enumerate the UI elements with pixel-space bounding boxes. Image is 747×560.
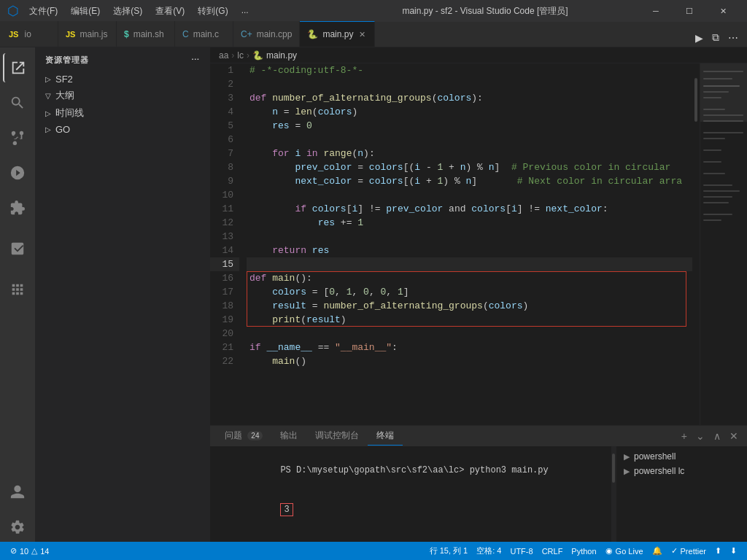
encoding-label: UTF-8 [510, 547, 533, 556]
panel-tab-problems-label: 问题 [225, 430, 242, 440]
menu-edit[interactable]: 编辑(E) [65, 4, 106, 19]
tab-label-mainpy: main.py [322, 29, 353, 39]
tab-mainc[interactable]: C main.c [175, 21, 233, 47]
maximize-button[interactable]: ☐ [673, 0, 706, 22]
menu-view[interactable]: 查看(V) [150, 4, 190, 19]
activity-source-control[interactable] [3, 123, 32, 152]
minimap[interactable] [700, 63, 747, 425]
status-errors[interactable]: ⊘ 10 △ 14 [6, 542, 54, 560]
tab-icon-mainc: C [182, 29, 189, 39]
activity-remote[interactable] [3, 275, 32, 304]
sidebar-item-timeline[interactable]: ▷ 时间线 [35, 104, 210, 122]
minimize-button[interactable]: ─ [639, 0, 673, 22]
sidebar-more-icon[interactable]: ⋯ [191, 55, 200, 65]
warning-count: 14 [40, 547, 49, 556]
sidebar-item-go[interactable]: ▷ GO [35, 122, 210, 137]
prettier-icon: ✓ [671, 546, 678, 556]
activity-settings[interactable] [3, 513, 32, 542]
terminal-session-powershell[interactable]: ▶ powershell [616, 449, 747, 464]
panel-add-button[interactable]: + [678, 429, 690, 443]
panel-close-button[interactable]: ✕ [727, 429, 741, 443]
sidebar-item-outline[interactable]: ▽ 大纲 [35, 87, 210, 104]
activity-extensions[interactable] [3, 193, 32, 222]
status-bell[interactable]: 🔔 [648, 542, 667, 560]
tab-maincpp[interactable]: C+ main.cpp [233, 21, 300, 47]
panel-tabs: 问题 24 输出 调试控制台 终端 + ⌄ ∧ ✕ [210, 426, 747, 446]
panel-tab-output[interactable]: 输出 [271, 427, 306, 446]
ln-12: 12 [210, 216, 239, 230]
terminal-session-powershell-lc[interactable]: ▶ powershell lc [616, 464, 747, 478]
tab-mainsh[interactable]: $ main.sh [117, 21, 175, 47]
go-arrow-icon: ▷ [45, 125, 51, 133]
code-line-5: res = 0 [247, 119, 692, 133]
status-spaces[interactable]: 空格: 4 [472, 542, 506, 560]
tab-label-mainjs: main.js [80, 29, 107, 39]
breadcrumb-aa[interactable]: aa [219, 50, 228, 61]
sidebar-item-sf2[interactable]: ▷ SF2 [35, 71, 210, 87]
terminal-scrollbar-thumb[interactable] [612, 454, 615, 483]
outline-arrow-icon: ▽ [45, 92, 51, 100]
status-prettier[interactable]: ✓ Prettier [667, 542, 711, 560]
panel-more-button[interactable]: ⌄ [693, 429, 708, 443]
eol-label: CRLF [542, 547, 563, 556]
activity-explorer[interactable] [3, 53, 32, 82]
status-language[interactable]: Python [567, 542, 600, 560]
panel-collapse-button[interactable]: ∧ [711, 429, 724, 443]
scrollbar-thumb[interactable] [694, 78, 697, 122]
activity-search[interactable] [3, 88, 32, 117]
tab-io[interactable]: JS io [0, 21, 58, 47]
editor-area: aa › lc › 🐍 main.py 1 2 3 4 5 6 7 8 9 [210, 47, 747, 425]
panel-tab-debug[interactable]: 调试控制台 [306, 427, 368, 446]
tab-bar: JS io JS main.js $ main.sh C main.c C+ m… [0, 22, 747, 47]
close-button[interactable]: ✕ [706, 0, 740, 22]
tab-close-mainpy[interactable]: ✕ [357, 28, 367, 41]
svg-rect-14 [703, 190, 740, 192]
tab-mainpy[interactable]: 🐍 main.py ✕ [300, 21, 375, 47]
breadcrumb-lc[interactable]: lc [237, 50, 244, 61]
menu-goto[interactable]: 转到(G) [192, 4, 233, 19]
fold-indicator-3[interactable]: ⌄ [247, 91, 255, 105]
panel-tab-problems[interactable]: 问题 24 [216, 427, 271, 446]
panel-tab-debug-label: 调试控制台 [315, 430, 359, 440]
menu-file[interactable]: 文件(F) [23, 4, 63, 19]
tab-mainjs[interactable]: JS main.js [58, 21, 117, 47]
panel-tab-terminal[interactable]: 终端 [368, 427, 403, 446]
status-sync-down[interactable]: ⬇ [726, 542, 741, 560]
terminal-content[interactable]: PS D:\mysetup\gopath\src\sf2\aa\lc> pyth… [210, 446, 611, 542]
editor-scrollbar[interactable] [692, 63, 700, 425]
ln-10: 10 [210, 188, 239, 202]
ln-8: 8 [210, 160, 239, 174]
ln-16: 16 [210, 271, 239, 285]
menu-more[interactable]: ... [236, 4, 255, 19]
golive-icon: ◉ [605, 546, 613, 556]
status-encoding[interactable]: UTF-8 [506, 542, 537, 560]
code-content[interactable]: ⌄ ⌄ # -*-coding:utf-8-*- def number_of_a… [247, 63, 692, 425]
menu-select[interactable]: 选择(S) [107, 4, 148, 19]
tab-icon-mainpy: 🐍 [307, 29, 318, 39]
code-line-14: return res [247, 244, 692, 257]
activity-bar [0, 47, 35, 542]
status-sync-up[interactable]: ⬆ [711, 542, 726, 560]
status-eol[interactable]: CRLF [538, 542, 568, 560]
breadcrumb-file[interactable]: main.py [266, 50, 297, 61]
svg-rect-13 [703, 184, 732, 186]
activity-account[interactable] [3, 478, 32, 507]
run-button[interactable]: ▶ [692, 29, 706, 47]
terminal-line-1: PS D:\mysetup\gopath\src\sf2\aa\lc> pyth… [217, 451, 604, 490]
code-line-11: if colors[i] != prev_color and colors[i]… [247, 202, 692, 216]
code-editor[interactable]: 1 2 3 4 5 6 7 8 9 10 11 12 13 14 15 16 1 [210, 63, 747, 425]
tab-icon-maincpp: C+ [241, 29, 252, 39]
code-line-10 [247, 188, 692, 202]
code-line-3: def number_of_alternating_groups(colors)… [247, 91, 692, 105]
split-editor-button[interactable]: ⧉ [709, 28, 722, 47]
status-golive[interactable]: ◉ Go Live [601, 542, 648, 560]
fold-indicator-16[interactable]: ⌄ [247, 271, 255, 285]
code-line-13 [247, 230, 692, 244]
activity-run-debug[interactable] [3, 158, 32, 187]
status-position[interactable]: 行 15, 列 1 [425, 542, 473, 560]
activity-test[interactable] [3, 234, 32, 263]
terminal-session-icon-1: ▶ [624, 452, 630, 462]
svg-rect-12 [703, 173, 725, 174]
more-tabs-button[interactable]: ⋯ [725, 29, 741, 47]
breadcrumb-file-icon: 🐍 [252, 50, 263, 61]
